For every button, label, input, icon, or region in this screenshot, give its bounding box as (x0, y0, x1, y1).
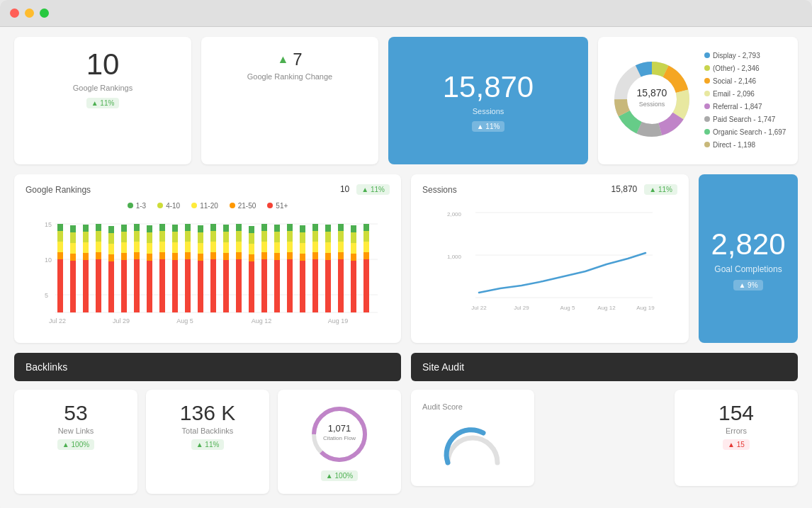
svg-text:Aug 19: Aug 19 (328, 317, 349, 324)
svg-rect-108 (287, 259, 293, 312)
legend-item-organic: Organic Search - 1,697 (704, 126, 786, 139)
google-ranking-change-card: ▲ 7 Google Ranking Change (201, 37, 378, 164)
svg-rect-81 (210, 231, 216, 242)
svg-rect-34 (96, 252, 101, 259)
sessions-chart-stat: 15,870 ▲ 11% (611, 184, 677, 195)
svg-rect-50 (134, 242, 140, 252)
title-bar (0, 0, 812, 27)
svg-rect-97 (249, 226, 254, 233)
svg-rect-124 (325, 253, 331, 260)
svg-rect-103 (274, 260, 280, 312)
svg-text:Jul 29: Jul 29 (113, 317, 130, 324)
legend-21-50: 21-50 (230, 202, 256, 210)
svg-rect-126 (325, 232, 331, 242)
svg-rect-132 (338, 224, 344, 231)
svg-rect-84 (223, 253, 229, 260)
close-dot[interactable] (10, 9, 19, 18)
svg-rect-82 (210, 224, 216, 231)
svg-rect-61 (159, 231, 165, 242)
legend-item-email: Email - 2,096 (704, 88, 786, 101)
minimize-dot[interactable] (25, 9, 34, 18)
svg-rect-55 (147, 243, 152, 254)
legend-item-social: Social - 2,146 (704, 75, 786, 88)
sessions-badge: ▲ 11% (472, 121, 505, 132)
legend-item-paid: Paid Search - 1,747 (704, 113, 786, 126)
svg-rect-69 (185, 252, 191, 259)
ranking-change-display: ▲ 7 (213, 50, 367, 69)
svg-rect-106 (274, 232, 280, 242)
errors-badge: ▲ 15 (723, 439, 750, 450)
svg-rect-48 (134, 259, 140, 312)
svg-rect-115 (300, 243, 305, 254)
svg-rect-70 (185, 242, 191, 252)
svg-rect-67 (172, 225, 178, 232)
svg-rect-54 (147, 254, 152, 261)
svg-rect-80 (210, 242, 216, 252)
citation-flow-badge: ▲ 100% (321, 470, 358, 481)
svg-text:5: 5 (45, 292, 48, 299)
sessions-chart-header: Sessions 15,870 ▲ 11% (422, 184, 677, 195)
svg-rect-53 (147, 261, 152, 312)
svg-rect-18 (57, 259, 63, 312)
svg-rect-136 (351, 232, 356, 243)
svg-text:Sessions: Sessions (639, 101, 665, 108)
svg-rect-77 (198, 225, 203, 232)
google-rankings-label: Google Rankings (26, 84, 180, 92)
svg-rect-74 (198, 254, 203, 261)
svg-rect-91 (236, 231, 242, 242)
svg-rect-118 (312, 259, 318, 312)
svg-text:Citation Flow: Citation Flow (323, 435, 356, 441)
maximize-dot[interactable] (40, 9, 49, 18)
audit-score-card: Audit Score (411, 390, 534, 486)
svg-rect-125 (325, 242, 331, 253)
svg-rect-36 (96, 231, 101, 242)
legend-item-referral: Referral - 1,847 (704, 101, 786, 113)
svg-rect-105 (274, 242, 280, 253)
svg-rect-130 (338, 242, 344, 252)
svg-rect-62 (159, 224, 165, 231)
svg-rect-29 (83, 253, 89, 260)
svg-rect-85 (223, 242, 229, 253)
google-rankings-card: 10 Google Rankings ▲ 11% (14, 37, 191, 164)
ranking-change-label: Google Ranking Change (213, 72, 367, 81)
right-middle: Sessions 15,870 ▲ 11% 2,000 1,000 (411, 174, 798, 343)
svg-text:Aug 5: Aug 5 (176, 317, 193, 324)
svg-rect-60 (159, 242, 165, 252)
rankings-chart-stat: 10 ▲ 11% (340, 184, 390, 195)
sessions-value: 15,870 (443, 70, 534, 104)
sessions-chart-card: Sessions 15,870 ▲ 11% 2,000 1,000 (411, 174, 689, 343)
svg-rect-134 (351, 254, 356, 261)
svg-rect-23 (70, 261, 76, 312)
svg-rect-100 (261, 242, 267, 252)
bar-legend: 1-3 4-10 11-20 21-50 51+ (26, 202, 390, 210)
site-audit-metrics: Audit Score 154 Errors (411, 390, 798, 486)
svg-text:15,870: 15,870 (637, 87, 667, 98)
svg-rect-58 (159, 259, 165, 312)
donut-legend: Display - 2,793 (Other) - 2,346 Social -… (704, 50, 786, 152)
citation-svg: 1,071 Citation Flow (308, 402, 371, 466)
svg-rect-79 (210, 252, 216, 259)
svg-rect-129 (338, 252, 344, 259)
svg-rect-109 (287, 252, 293, 259)
svg-rect-76 (198, 232, 203, 243)
site-audit-section: Site Audit Audit Score (411, 353, 798, 494)
new-links-badge: ▲ 100% (57, 439, 94, 450)
svg-rect-24 (70, 254, 76, 261)
top-row: 10 Google Rankings ▲ 11% ▲ 7 Google Rank… (14, 37, 798, 164)
svg-text:Jul 22: Jul 22 (49, 317, 66, 324)
svg-rect-78 (210, 259, 216, 312)
backlinks-header: Backlinks (14, 353, 401, 381)
donut-chart-card: 15,870 Sessions Display - 2,793 (Other) … (598, 37, 798, 164)
svg-rect-104 (274, 253, 280, 260)
svg-rect-41 (108, 233, 114, 244)
svg-rect-46 (121, 232, 127, 242)
svg-rect-38 (108, 261, 114, 312)
bar-chart-svg: 15 10 5 (26, 217, 390, 330)
svg-text:2,000: 2,000 (447, 211, 462, 218)
svg-rect-45 (121, 242, 127, 253)
svg-rect-37 (96, 224, 101, 231)
new-links-card: 53 New Links ▲ 100% (14, 390, 137, 494)
svg-rect-57 (147, 225, 152, 232)
svg-rect-49 (134, 252, 140, 259)
svg-rect-94 (249, 254, 254, 261)
